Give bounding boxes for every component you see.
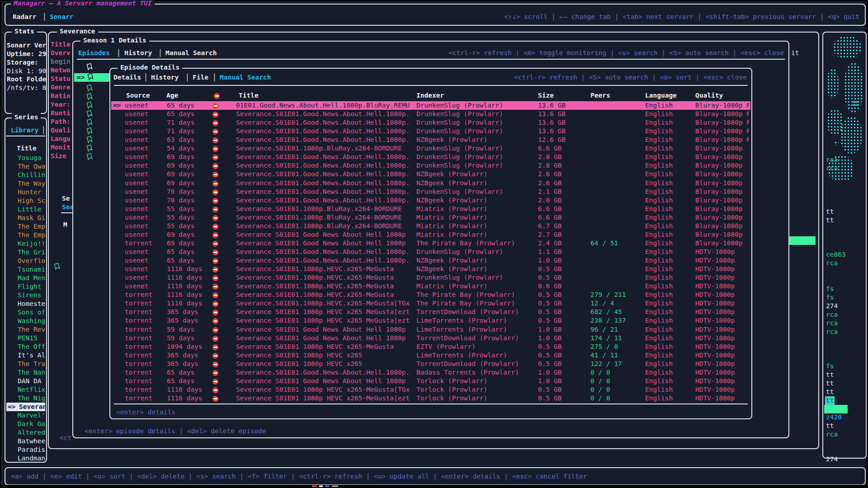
series-list-item[interactable]: The Emp — [6, 231, 45, 239]
search-result-row[interactable]: usenet70 daysSeverance.S01E01.Good.News.… — [111, 196, 750, 205]
series-list-item[interactable]: Sons of — [6, 308, 45, 317]
search-result-row[interactable]: usenet55 daysSeverance.S01E01.1080p.BluR… — [111, 213, 750, 222]
search-result-row[interactable]: usenet65 daysSeverance.S01E01.Good.News.… — [111, 110, 750, 118]
series-divider — [6, 136, 45, 136]
tab-sonarr[interactable]: Sonarr — [50, 13, 73, 21]
series-detail-field: Year: — [51, 100, 73, 109]
series-list-item[interactable]: Little — [6, 205, 45, 214]
rejected-icon — [212, 198, 218, 204]
season-tab-episodes[interactable]: Episodes — [78, 49, 110, 57]
rejected-icon — [212, 163, 218, 169]
series-list-item[interactable]: DAN DA — [6, 377, 45, 385]
search-result-row[interactable]: usenet54 daysSeverance.S01E01.1080p.BluR… — [111, 144, 750, 153]
bookmark-icon — [87, 102, 92, 108]
search-result-row[interactable]: torrent59 daysSeverance S01E01 Good News… — [111, 334, 750, 343]
series-list-item[interactable]: The Off — [6, 343, 45, 351]
selected-episode-row[interactable]: => — [74, 73, 109, 82]
search-result-row[interactable]: torrent365 daysSeverance S01E01 1080p HE… — [111, 308, 750, 316]
search-result-row[interactable]: torrent365 daysSeverance S01E01 1080p HE… — [111, 360, 750, 368]
search-result-row[interactable]: torrent1116 daysSeverance S01E01 1080p H… — [111, 385, 750, 394]
series-list-item[interactable]: Dark Ga — [6, 420, 45, 428]
series-list-item[interactable]: The Emp — [6, 222, 45, 231]
series-list-item[interactable]: Landman — [6, 454, 45, 463]
series-list-item[interactable]: Sirens — [6, 291, 45, 300]
series-list-item[interactable]: Overflo — [6, 257, 45, 265]
search-result-row[interactable]: usenet69 daysSeverance.S01E01.Good.News.… — [111, 170, 750, 178]
series-list-item[interactable]: The Rev — [6, 325, 45, 334]
series-list-item[interactable]: Washing — [6, 317, 45, 325]
series-list-item[interactable]: The Tra — [6, 360, 45, 368]
search-result-row[interactable]: torrent69 daysSeverance S01E01 Good News… — [111, 239, 750, 248]
search-result-row[interactable]: usenet1116 daysSeverance.S01E01.1080p.HE… — [111, 273, 750, 282]
series-list-item[interactable]: Altered — [6, 428, 45, 437]
episode-tab-manual-search[interactable]: Manual Search — [220, 73, 271, 82]
series-list-item[interactable]: Flight — [6, 282, 45, 291]
search-result-row[interactable]: usenet65 daysSeverance.S01E01.Good.News.… — [111, 248, 750, 256]
search-result-row[interactable]: usenet55 daysSeverance.S01E01.1080p.BluR… — [111, 205, 750, 213]
series-list-item[interactable]: The Gri — [6, 248, 45, 257]
series-list-item[interactable]: The Nan — [6, 368, 45, 377]
search-result-row[interactable]: usenet69 daysSeverance.S01E01.Good.News.… — [111, 153, 750, 161]
rejected-icon — [212, 112, 218, 117]
search-result-row[interactable]: torrent1116 daysSeverance.S01E01.1080p.H… — [111, 299, 750, 308]
rejected-icon — [212, 146, 218, 152]
search-result-row[interactable]: torrent365 daysSeverance S01E01 1080p HE… — [111, 351, 750, 360]
search-result-row[interactable]: usenet1116 daysSeverance.S01E01.1080p.HE… — [111, 265, 750, 273]
tab-radarr[interactable]: Radarr — [13, 13, 36, 21]
series-tab-library[interactable]: Library — [11, 126, 38, 135]
series-list-item[interactable]: =>Severan — [6, 403, 45, 411]
series-list-item[interactable]: Marvel' — [6, 411, 45, 420]
season-tab-manual-search[interactable]: Manual Search — [165, 49, 217, 57]
series-list-item[interactable]: Homeste — [6, 300, 45, 308]
search-result-row[interactable]: torrent59 daysSeverance S01E01 Good News… — [111, 325, 750, 334]
search-result-row[interactable]: torrent65 daysSeverance.S01E01.Good.News… — [111, 368, 750, 377]
series-list-item[interactable]: PEN15 — [6, 334, 45, 343]
search-result-row[interactable]: usenet71 daysSeverance.S01E01.Good.News.… — [111, 127, 750, 136]
series-list-item[interactable]: It's Al — [6, 351, 45, 360]
series-list-item[interactable]: Chillin — [6, 171, 45, 179]
search-result-row[interactable]: torrent1116 daysSeverance.S01E01.1080p.H… — [111, 291, 750, 299]
bookmark-icon — [87, 93, 92, 100]
search-result-row[interactable]: usenet55 daysSeverance.S01E01.1080p.BluR… — [111, 222, 750, 230]
series-list-item[interactable]: Netflix — [6, 385, 45, 394]
search-result-row[interactable]: usenet69 daysSeverance.S01E01.Good.News.… — [111, 161, 750, 170]
search-result-row[interactable]: usenet70 daysSeverance.S01E01.Good.News.… — [111, 188, 750, 196]
series-list-item[interactable]: Yosuga — [6, 154, 45, 162]
series-list-item[interactable]: Mask Gi — [6, 214, 45, 222]
series-list-item[interactable]: The Qwa — [6, 162, 45, 171]
season-tab-history[interactable]: History — [124, 49, 152, 57]
search-result-row[interactable]: =>usenet65 days01E01.Good.News.About.Hel… — [111, 101, 750, 110]
search-result-row[interactable]: torrent65 daysSeverance S01E01 Good News… — [111, 377, 750, 385]
right-side-panel: rcarcattttce863rcafsfs274rcarcarcafstttt… — [822, 32, 867, 459]
series-list-item[interactable]: Tsunami — [6, 265, 45, 274]
search-result-row[interactable]: usenet69 daysSeverance S01E01 Good News … — [111, 230, 750, 239]
series-list-item[interactable]: Mad Men — [6, 274, 45, 282]
bookmark-icon — [88, 73, 93, 80]
episode-tab-history[interactable]: History — [151, 73, 179, 82]
rejected-icon — [212, 224, 218, 230]
series-detail-field: Genre — [51, 83, 73, 92]
search-result-row[interactable]: usenet1116 daysSeverance.S01E01.1080p.HE… — [111, 282, 750, 291]
series-list-item[interactable]: The Nig — [6, 394, 45, 403]
series-list-item[interactable]: Paradis — [6, 446, 45, 454]
search-result-row[interactable]: usenet65 daysSeverance.S01E01.Good.News.… — [111, 256, 750, 265]
series-list-item[interactable]: Batwhee — [6, 437, 45, 446]
series-list-item[interactable]: Hunter — [6, 188, 45, 197]
stat-line: Storage: — [7, 58, 38, 67]
episode-details-modal: Episode Details Details History File Man… — [109, 68, 752, 419]
episode-tab-details[interactable]: Details — [113, 73, 141, 82]
seasons-selected-marker-fragment: => — [54, 237, 73, 287]
series-list-item[interactable]: Keijo!! — [6, 239, 45, 248]
search-result-row[interactable]: torrent365 daysSeverance S01E01 1080p HE… — [111, 316, 750, 325]
covered-text-fragment: z420 — [826, 413, 842, 422]
series-list-item[interactable]: High Sc — [6, 197, 45, 205]
series-list-item[interactable]: The Way — [6, 179, 45, 188]
search-result-row[interactable]: torrent1116 daysSeverance S01E01 1080p H… — [111, 394, 750, 403]
top-keybinds: <↑↓> scroll | ←→ change tab | <tab> next… — [504, 13, 859, 21]
search-result-row[interactable]: usenet69 daysSeverance.S01E01.Good.News.… — [111, 179, 750, 188]
episode-tab-file[interactable]: File — [193, 73, 208, 82]
seasons-divider-fragment — [61, 212, 73, 213]
search-result-row[interactable]: usenet63 daysSeverance.S01E01.Good.News.… — [111, 136, 750, 144]
search-result-row[interactable]: torrent1094 daysSeverance S01E01 1080p H… — [111, 343, 750, 351]
search-result-row[interactable]: usenet71 daysSeverance.S01E01.Good.News.… — [111, 118, 750, 127]
